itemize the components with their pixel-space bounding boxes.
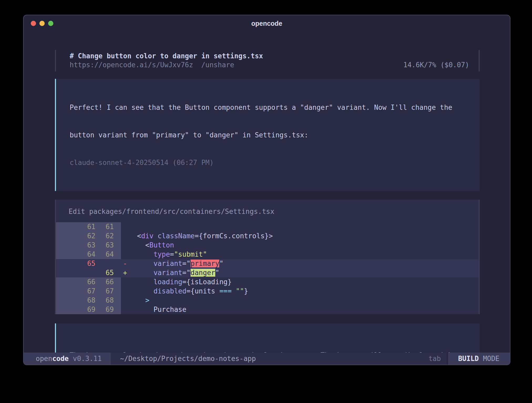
diff-row: 6363 <Button <box>56 241 479 250</box>
diff-gutter: 6161 <box>56 222 121 231</box>
mode-badge[interactable]: BUILDMODE <box>447 353 510 365</box>
diff-row: 6767 disabled={units === ""} <box>56 287 479 296</box>
new-line-number: 61 <box>95 222 114 231</box>
diff-marker <box>121 250 129 259</box>
unshare-command[interactable]: /unshare <box>201 61 234 69</box>
edit-tool-block: Edit packages/frontend/src/containers/Se… <box>55 200 480 314</box>
diff-marker <box>121 296 129 305</box>
session-header: # Change button color to danger in setti… <box>55 50 480 71</box>
working-directory: ~/Desktop/Projects/demo-notes-app <box>120 355 256 363</box>
diff-code-line: <Button <box>129 241 479 250</box>
diff-row: 6161 <box>56 222 479 231</box>
old-line-number: 63 <box>56 241 95 250</box>
context-stats: 14.6K/7% ($0.07) <box>403 60 469 69</box>
old-line-number: 67 <box>56 287 95 296</box>
old-line-number: 61 <box>56 222 95 231</box>
message-meta: claude-sonnet-4-20250514 (06:27 PM) <box>70 158 468 167</box>
diff-row: 6464 type="submit" <box>56 250 479 259</box>
new-line-number: 67 <box>95 287 114 296</box>
window-titlebar: opencode <box>24 15 510 32</box>
old-line-number: 68 <box>56 296 95 305</box>
diff-code-line: variant="danger" <box>129 268 479 277</box>
old-line-number: 62 <box>56 231 95 241</box>
diff-row: 6868 > <box>56 296 479 305</box>
new-line-number <box>95 259 114 268</box>
old-line-number: 69 <box>56 305 95 314</box>
tab-key-hint[interactable]: tab <box>428 355 441 363</box>
diff-gutter: 65 <box>56 268 121 277</box>
diff-gutter: 6969 <box>56 305 121 314</box>
diff-marker <box>121 287 129 296</box>
terminal-content: # Change button color to danger in setti… <box>24 50 510 365</box>
new-line-number: 66 <box>95 277 114 287</box>
diff-marker <box>121 222 129 231</box>
diff-marker <box>121 277 129 287</box>
diff-code-line: loading={isLoading} <box>129 277 479 287</box>
app-name-normal: open <box>36 355 52 363</box>
edit-tool-header: Edit packages/frontend/src/containers/Se… <box>56 200 479 222</box>
diff-code-line: variant="primary" <box>129 259 479 268</box>
new-line-number: 63 <box>95 241 114 250</box>
diff-gutter: 65 <box>56 259 121 268</box>
diff-row: 6969 Purchase <box>56 305 479 314</box>
app-name-bold: code <box>52 355 69 363</box>
session-title: # Change button color to danger in setti… <box>70 51 469 60</box>
diff-code-line: <div className={formCs.controls}> <box>129 231 479 241</box>
diff-row: 6666 loading={isLoading} <box>56 277 479 287</box>
diff-marker <box>121 241 129 250</box>
diff-marker <box>121 231 129 241</box>
old-line-number: 64 <box>56 250 95 259</box>
share-url-link[interactable]: https://opencode.ai/s/UwJxv76z <box>70 61 193 69</box>
diff-gutter: 6464 <box>56 250 121 259</box>
status-bar: opencodev0.3.11 ~/Desktop/Projects/demo-… <box>24 353 510 365</box>
old-line-number <box>56 268 95 277</box>
diff-row: 65+ variant="danger" <box>56 268 479 277</box>
session-links: https://opencode.ai/s/UwJxv76z/unshare <box>70 60 234 69</box>
window-title: opencode <box>251 20 282 27</box>
diff-marker <box>121 305 129 314</box>
new-line-number: 62 <box>95 231 114 241</box>
mode-name: BUILD <box>458 355 479 363</box>
diff-gutter: 6868 <box>56 296 121 305</box>
assistant-message-1: Perfect! I can see that the Button compo… <box>55 79 480 191</box>
old-line-number: 65 <box>56 259 95 268</box>
minimize-window-button[interactable] <box>39 21 45 26</box>
message-line: button variant from "primary" to "danger… <box>70 131 468 140</box>
app-version: v0.3.11 <box>73 355 102 363</box>
diff-marker: - <box>121 259 129 268</box>
diff-gutter: 6262 <box>56 231 121 241</box>
diff-code-line: type="submit" <box>129 250 479 259</box>
diff-gutter: 6666 <box>56 277 121 287</box>
diff-rows: 61616262 <div className={formCs.controls… <box>56 222 479 314</box>
zoom-window-button[interactable] <box>48 21 53 26</box>
diff-gutter: 6363 <box>56 241 121 250</box>
new-line-number: 69 <box>95 305 114 314</box>
diff-code-line: disabled={units === ""} <box>129 287 479 296</box>
diff-marker: + <box>121 268 129 277</box>
opencode-terminal-window: opencode # Change button color to danger… <box>23 15 510 365</box>
close-window-button[interactable] <box>31 21 36 26</box>
new-line-number: 64 <box>95 250 114 259</box>
diff-row: 65- variant="primary" <box>56 259 479 268</box>
new-line-number: 65 <box>95 268 114 277</box>
diff-code-line: > <box>129 296 479 305</box>
diff-gutter: 6767 <box>56 287 121 296</box>
new-line-number: 68 <box>95 296 114 305</box>
diff-row: 6262 <div className={formCs.controls}> <box>56 231 479 241</box>
traffic-lights <box>31 21 53 26</box>
diff-code-line: Purchase <box>129 305 479 314</box>
old-line-number: 66 <box>56 277 95 287</box>
mode-suffix: MODE <box>483 355 499 363</box>
diff-code-line <box>129 222 479 231</box>
session-subline: https://opencode.ai/s/UwJxv76z/unshare 1… <box>70 60 469 69</box>
app-version-badge: opencodev0.3.11 <box>24 353 111 365</box>
message-line: Perfect! I can see that the Button compo… <box>70 103 468 112</box>
